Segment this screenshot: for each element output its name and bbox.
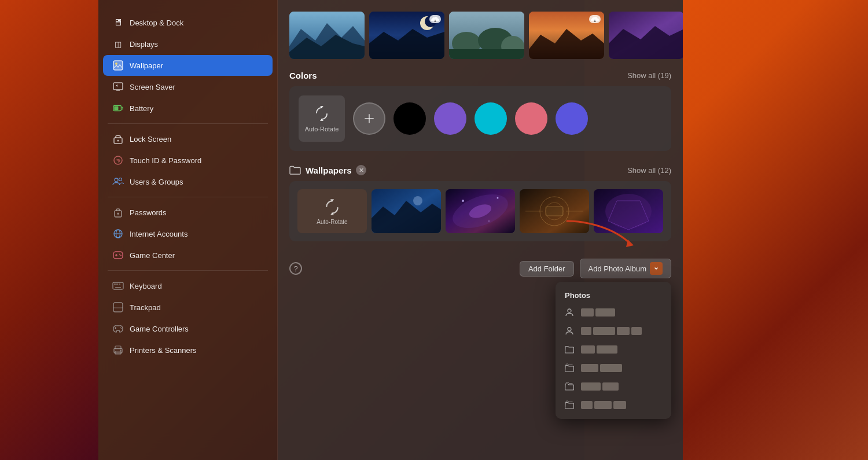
dropdown-item-4[interactable] — [556, 359, 671, 377]
svg-rect-24 — [116, 284, 118, 285]
sidebar-item-keyboard[interactable]: Keyboard — [103, 275, 273, 296]
thumb-block — [581, 327, 591, 335]
wallpaper-thumb-wp-3[interactable] — [520, 189, 589, 233]
sidebar-label-game-controllers: Game Controllers — [130, 325, 189, 333]
sidebar-item-lock-screen[interactable]: Lock Screen — [103, 128, 273, 149]
wallpaper-auto-rotate-label: Auto-Rotate — [317, 219, 347, 225]
colors-auto-rotate-label: Auto-Rotate — [305, 126, 339, 133]
sidebar-item-displays[interactable]: ◫ Displays — [103, 34, 273, 54]
sidebar-divider-2 — [108, 197, 268, 197]
wallpaper-thumb-wp-2[interactable] — [446, 189, 515, 233]
sidebar-label-internet-accounts: Internet Accounts — [130, 230, 187, 238]
color-swatch-blue[interactable] — [556, 102, 588, 135]
svg-rect-22 — [113, 282, 123, 289]
add-photo-album-label: Add Photo Album — [589, 264, 646, 273]
add-photo-album-chevron[interactable] — [650, 262, 663, 275]
wallpaper-thumb-5[interactable] — [609, 12, 683, 59]
thumb-block — [617, 327, 630, 335]
svg-rect-71 — [546, 207, 563, 216]
dropdown-thumb-2 — [581, 327, 663, 335]
folder-icon-dropdown — [564, 344, 575, 355]
wallpaper-thumb-wp-1[interactable] — [372, 189, 441, 233]
sidebar-item-game-controllers[interactable]: Game Controllers — [103, 318, 273, 339]
touch-id-icon — [112, 154, 124, 166]
sidebar-item-internet-accounts[interactable]: Internet Accounts — [103, 223, 273, 244]
top-thumbnail-row — [289, 12, 671, 59]
dropdown-item-5[interactable] — [556, 377, 671, 396]
person-icon-2 — [564, 325, 575, 337]
sidebar-label-displays: Displays — [130, 40, 158, 49]
svg-rect-2 — [113, 83, 123, 90]
wallpaper-thumb-wp-4[interactable] — [594, 189, 663, 233]
dropdown-thumb-1 — [581, 308, 663, 317]
sidebar-item-game-center[interactable]: Game Center — [103, 245, 273, 266]
color-swatch-pink[interactable] — [515, 102, 547, 135]
wallpapers-thumbs-grid: Auto-Rotate — [289, 181, 671, 241]
sidebar-item-desktop-dock[interactable]: 🖥 Desktop & Dock — [103, 12, 273, 33]
sidebar: 🖥 Desktop & Dock ◫ Displays Wallpaper — [98, 0, 278, 460]
add-photo-album-button[interactable]: Add Photo Album — [580, 259, 671, 278]
sidebar-item-battery[interactable]: Battery — [103, 98, 273, 119]
sidebar-item-passwords[interactable]: Passwords — [103, 202, 273, 223]
colors-title: Colors — [289, 71, 317, 80]
internet-accounts-icon — [112, 228, 124, 240]
wallpapers-close-badge[interactable]: ✕ — [356, 165, 366, 175]
cloud-download-icon-2 — [429, 15, 441, 23]
colors-show-all[interactable]: Show all (19) — [627, 71, 671, 80]
wallpapers-show-all[interactable]: Show all (12) — [627, 166, 671, 175]
dropdown-item-1[interactable] — [556, 303, 671, 322]
thumb-block — [613, 401, 626, 409]
wallpapers-title-row: Wallpapers ✕ — [289, 165, 366, 175]
sidebar-label-touch-id: Touch ID & Password — [130, 156, 201, 165]
wallpaper-thumb-1[interactable] — [289, 12, 365, 59]
dropdown-item-2[interactable] — [556, 322, 671, 340]
add-color-button[interactable] — [353, 102, 385, 135]
wallpaper-thumb-4[interactable] — [529, 12, 604, 59]
sidebar-item-trackpad[interactable]: Trackpad — [103, 297, 273, 318]
colors-auto-rotate[interactable]: Auto-Rotate — [299, 95, 345, 142]
main-content: Colors Show all (19) Auto-Rotate — [278, 0, 683, 460]
dropdown-thumb-6 — [581, 401, 663, 409]
svg-point-65 — [462, 200, 464, 202]
svg-rect-23 — [114, 284, 116, 285]
dropdown-title: Photos — [556, 286, 671, 303]
help-button[interactable]: ? — [289, 262, 302, 275]
dropdown-thumb-4 — [581, 364, 663, 372]
person-icon-1 — [564, 307, 575, 318]
thumb-block — [581, 345, 595, 354]
thumb-block — [581, 308, 594, 317]
sidebar-item-wallpaper[interactable]: Wallpaper — [103, 55, 273, 76]
color-swatch-black[interactable] — [393, 102, 426, 135]
sidebar-item-printers[interactable]: Printers & Scanners — [103, 340, 273, 360]
add-folder-button[interactable]: Add Folder — [520, 261, 574, 277]
sidebar-label-passwords: Passwords — [130, 208, 167, 217]
sidebar-label-lock-screen: Lock Screen — [130, 135, 171, 143]
game-center-icon — [112, 249, 124, 261]
color-swatch-purple[interactable] — [434, 102, 466, 135]
svg-point-67 — [488, 220, 490, 222]
folder-icon — [289, 165, 301, 175]
svg-point-79 — [568, 327, 571, 331]
svg-point-31 — [120, 327, 121, 328]
svg-point-20 — [119, 254, 120, 255]
game-controllers-icon — [112, 323, 124, 334]
sidebar-item-touch-id[interactable]: Touch ID & Password — [103, 150, 273, 171]
dropdown-item-6[interactable] — [556, 396, 671, 414]
keyboard-icon — [112, 280, 124, 292]
wallpaper-thumb-3[interactable] — [449, 12, 524, 59]
trackpad-icon — [112, 301, 124, 313]
svg-point-32 — [121, 328, 122, 329]
thumb-block — [600, 364, 622, 372]
svg-point-61 — [413, 196, 422, 205]
svg-rect-25 — [119, 284, 120, 285]
sidebar-label-users-groups: Users & Groups — [130, 178, 183, 186]
wallpaper-auto-rotate[interactable]: Auto-Rotate — [297, 189, 367, 233]
dropdown-item-3[interactable] — [556, 340, 671, 359]
sidebar-item-screen-saver[interactable]: Screen Saver — [103, 76, 273, 97]
wallpapers-section-header: Wallpapers ✕ Show all (12) — [289, 165, 671, 175]
sidebar-item-users-groups[interactable]: Users & Groups — [103, 171, 273, 192]
svg-rect-4 — [114, 106, 118, 110]
wallpaper-thumb-2[interactable] — [369, 12, 444, 59]
color-swatch-cyan[interactable] — [475, 102, 507, 135]
colors-section-header: Colors Show all (19) — [289, 71, 671, 80]
